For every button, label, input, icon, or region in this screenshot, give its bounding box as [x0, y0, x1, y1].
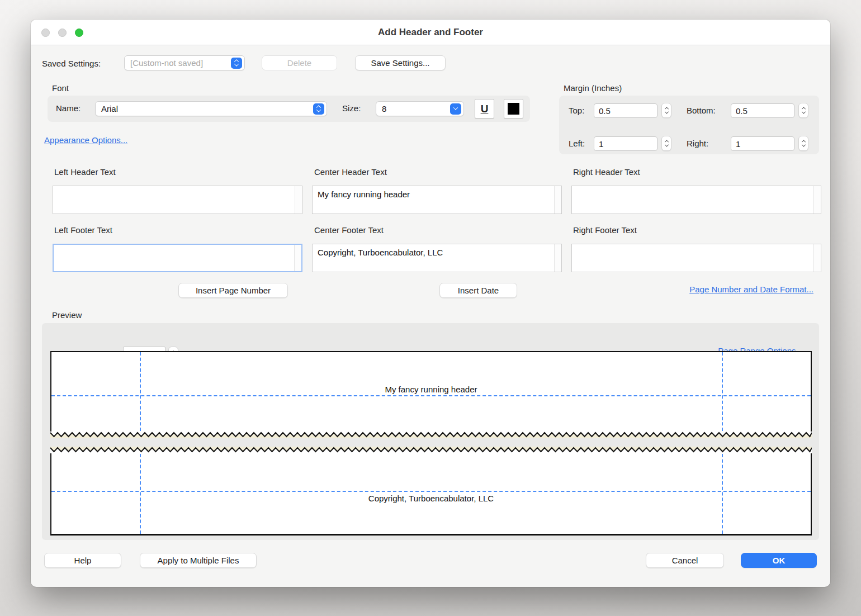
left-footer-label: Left Footer Text	[54, 225, 112, 235]
torn-edge-top	[50, 447, 812, 453]
torn-edge-bottom	[50, 432, 812, 438]
chevron-up-down-icon	[231, 58, 242, 69]
left-footer-textarea-wrap	[53, 244, 302, 272]
scrollbar-track	[554, 244, 561, 272]
left-header-textarea-wrap	[53, 186, 302, 214]
right-header-input[interactable]	[572, 186, 813, 214]
margin-bottom-input[interactable]	[731, 103, 794, 118]
title-bar: Add Header and Footer	[31, 20, 830, 45]
margin-top-label: Top:	[569, 106, 584, 115]
margin-top-input[interactable]	[594, 103, 657, 118]
center-header-label: Center Header Text	[314, 167, 387, 177]
font-name-dropdown[interactable]: Arial	[95, 101, 327, 116]
font-section-label: Font	[52, 83, 69, 93]
saved-settings-dropdown[interactable]: [Custom-not saved]	[124, 55, 245, 70]
center-footer-textarea-wrap: Copyright, Turboencabulator, LLC	[312, 244, 562, 272]
cancel-button[interactable]: Cancel	[646, 553, 724, 568]
preview-page-top: My fancy running header	[50, 351, 812, 438]
font-color-button[interactable]	[504, 99, 523, 119]
margin-right-input[interactable]	[731, 136, 794, 151]
preview-panel: Preview Page of 1 Page Range Options... …	[42, 323, 819, 540]
scrollbar-track	[295, 186, 302, 214]
insert-date-button[interactable]: Insert Date	[439, 283, 517, 298]
page-number-date-format-link[interactable]: Page Number and Date Format...	[689, 285, 813, 294]
ok-button[interactable]: OK	[741, 553, 817, 568]
font-group: Name: Arial Size: 8 U	[48, 96, 530, 122]
margin-right-label: Right:	[687, 139, 708, 148]
margin-left-label: Left:	[569, 139, 585, 148]
right-header-textarea-wrap	[571, 186, 821, 214]
help-button[interactable]: Help	[44, 553, 121, 568]
saved-settings-value: [Custom-not saved]	[130, 58, 231, 68]
right-footer-textarea-wrap	[571, 244, 821, 272]
chevron-down-icon	[450, 103, 461, 115]
margin-left-input[interactable]	[594, 136, 657, 151]
insert-page-number-button[interactable]: Insert Page Number	[178, 283, 288, 298]
scrollbar-track	[813, 244, 821, 272]
save-settings-button[interactable]: Save Settings...	[355, 55, 446, 70]
margin-bottom-label: Bottom:	[687, 106, 716, 115]
preview-page-bottom: Copyright, Turboencabulator, LLC	[50, 447, 812, 536]
font-size-dropdown[interactable]: 8	[376, 101, 464, 116]
underline-button[interactable]: U	[475, 99, 494, 119]
right-header-label: Right Header Text	[573, 167, 640, 177]
left-header-input[interactable]	[53, 186, 295, 214]
underline-icon: U	[481, 103, 489, 115]
center-header-input[interactable]: My fancy running header	[313, 186, 554, 214]
bottom-margin-guide	[51, 491, 811, 492]
right-footer-label: Right Footer Text	[573, 225, 637, 235]
margin-section-label: Margin (Inches)	[564, 83, 622, 93]
center-footer-input[interactable]: Copyright, Turboencabulator, LLC	[313, 244, 554, 272]
scrollbar-track	[554, 186, 561, 214]
preview-header-text: My fancy running header	[51, 385, 811, 394]
color-swatch-icon	[508, 103, 519, 115]
center-header-textarea-wrap: My fancy running header	[312, 186, 562, 214]
font-name-value: Arial	[101, 104, 313, 113]
font-size-value: 8	[382, 104, 450, 113]
dialog-title: Add Header and Footer	[31, 20, 830, 45]
delete-button[interactable]: Delete	[262, 55, 337, 70]
margin-right-stepper[interactable]	[798, 136, 808, 151]
appearance-options-link[interactable]: Appearance Options...	[44, 135, 127, 145]
margin-group: Top: Bottom: Left: Right:	[559, 96, 819, 154]
left-footer-input[interactable]	[54, 245, 294, 271]
add-header-footer-dialog: Add Header and Footer Saved Settings: [C…	[31, 20, 830, 587]
margin-left-stepper[interactable]	[661, 136, 671, 151]
scrollbar-track	[813, 186, 821, 214]
margin-top-stepper[interactable]	[661, 103, 671, 118]
chevron-up-down-icon	[313, 103, 324, 115]
center-footer-label: Center Footer Text	[314, 225, 384, 235]
left-header-label: Left Header Text	[54, 167, 116, 177]
right-footer-input[interactable]	[572, 244, 813, 272]
scrollbar-track	[294, 245, 301, 271]
preview-section-label: Preview	[52, 310, 82, 320]
font-name-label: Name:	[56, 103, 81, 113]
margin-bottom-stepper[interactable]	[798, 103, 808, 118]
top-margin-guide	[51, 395, 811, 396]
apply-to-multiple-files-button[interactable]: Apply to Multiple Files	[140, 553, 257, 568]
preview-footer-text: Copyright, Turboencabulator, LLC	[51, 494, 811, 503]
saved-settings-label: Saved Settings:	[42, 59, 101, 68]
font-size-label: Size:	[342, 103, 361, 113]
